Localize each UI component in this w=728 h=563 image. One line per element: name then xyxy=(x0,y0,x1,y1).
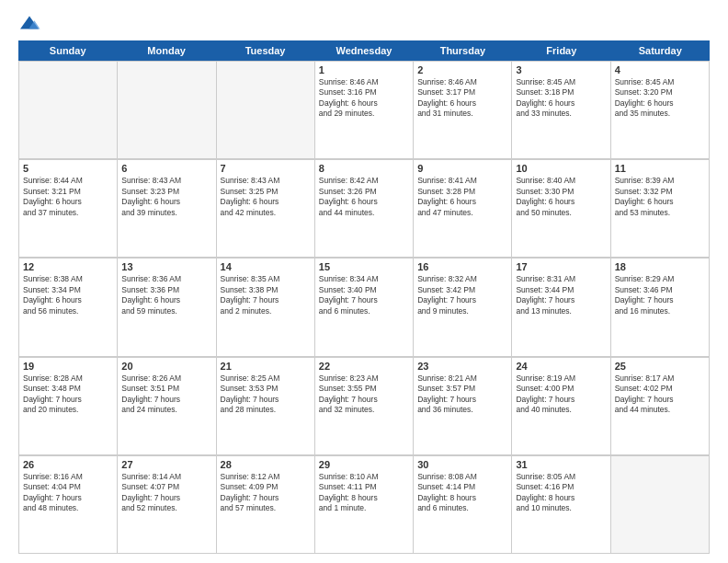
day-number: 27 xyxy=(121,459,211,470)
calendar-cell xyxy=(217,62,315,159)
calendar-cell: 31Sunrise: 8:05 AM Sunset: 4:16 PM Dayli… xyxy=(512,456,610,554)
day-info: Sunrise: 8:40 AM Sunset: 3:30 PM Dayligh… xyxy=(516,176,606,218)
day-number: 1 xyxy=(319,64,409,75)
day-number: 9 xyxy=(417,163,507,174)
calendar-cell: 26Sunrise: 8:16 AM Sunset: 4:04 PM Dayli… xyxy=(19,456,118,554)
calendar-cell: 22Sunrise: 8:23 AM Sunset: 3:55 PM Dayli… xyxy=(315,358,414,455)
calendar-cell xyxy=(19,62,118,159)
day-info: Sunrise: 8:41 AM Sunset: 3:28 PM Dayligh… xyxy=(417,176,507,218)
day-info: Sunrise: 8:46 AM Sunset: 3:17 PM Dayligh… xyxy=(417,77,507,120)
header xyxy=(18,15,710,33)
day-number: 18 xyxy=(615,261,705,272)
header-day-thursday: Thursday xyxy=(414,40,512,61)
day-number: 22 xyxy=(319,361,409,372)
day-info: Sunrise: 8:45 AM Sunset: 3:20 PM Dayligh… xyxy=(615,77,705,120)
calendar-cell: 21Sunrise: 8:25 AM Sunset: 3:53 PM Dayli… xyxy=(217,358,315,455)
calendar-cell: 19Sunrise: 8:28 AM Sunset: 3:48 PM Dayli… xyxy=(19,358,118,455)
day-number: 4 xyxy=(615,64,705,75)
day-info: Sunrise: 8:16 AM Sunset: 4:04 PM Dayligh… xyxy=(23,472,113,514)
day-number: 16 xyxy=(417,261,507,272)
day-number: 28 xyxy=(221,459,311,470)
calendar-cell: 13Sunrise: 8:36 AM Sunset: 3:36 PM Dayli… xyxy=(118,259,216,356)
header-day-tuesday: Tuesday xyxy=(216,40,314,61)
day-info: Sunrise: 8:05 AM Sunset: 4:16 PM Dayligh… xyxy=(516,472,606,514)
day-info: Sunrise: 8:38 AM Sunset: 3:34 PM Dayligh… xyxy=(23,274,113,316)
page: SundayMondayTuesdayWednesdayThursdayFrid… xyxy=(0,0,728,563)
day-info: Sunrise: 8:26 AM Sunset: 3:51 PM Dayligh… xyxy=(121,373,211,416)
day-number: 31 xyxy=(516,459,606,470)
calendar-cell: 9Sunrise: 8:41 AM Sunset: 3:28 PM Daylig… xyxy=(414,160,512,258)
calendar-week-3: 12Sunrise: 8:38 AM Sunset: 3:34 PM Dayli… xyxy=(18,258,710,356)
day-info: Sunrise: 8:43 AM Sunset: 3:23 PM Dayligh… xyxy=(121,176,211,218)
day-info: Sunrise: 8:25 AM Sunset: 3:53 PM Dayligh… xyxy=(221,373,311,416)
calendar-cell: 25Sunrise: 8:17 AM Sunset: 4:02 PM Dayli… xyxy=(611,358,710,455)
day-info: Sunrise: 8:19 AM Sunset: 4:00 PM Dayligh… xyxy=(516,373,606,416)
calendar-cell: 29Sunrise: 8:10 AM Sunset: 4:11 PM Dayli… xyxy=(315,456,414,554)
calendar-week-1: 1Sunrise: 8:46 AM Sunset: 3:16 PM Daylig… xyxy=(18,61,710,159)
day-number: 3 xyxy=(516,64,606,75)
header-day-saturday: Saturday xyxy=(611,40,710,61)
calendar-cell xyxy=(611,456,710,554)
calendar: SundayMondayTuesdayWednesdayThursdayFrid… xyxy=(18,40,710,554)
day-number: 8 xyxy=(319,163,409,174)
day-info: Sunrise: 8:35 AM Sunset: 3:38 PM Dayligh… xyxy=(221,274,311,316)
day-info: Sunrise: 8:12 AM Sunset: 4:09 PM Dayligh… xyxy=(221,472,311,514)
day-number: 23 xyxy=(417,361,507,372)
calendar-body: 1Sunrise: 8:46 AM Sunset: 3:16 PM Daylig… xyxy=(18,61,710,554)
calendar-cell: 30Sunrise: 8:08 AM Sunset: 4:14 PM Dayli… xyxy=(414,456,512,554)
day-info: Sunrise: 8:45 AM Sunset: 3:18 PM Dayligh… xyxy=(516,77,606,120)
day-number: 19 xyxy=(23,361,113,372)
day-number: 10 xyxy=(516,163,606,174)
calendar-cell: 1Sunrise: 8:46 AM Sunset: 3:16 PM Daylig… xyxy=(315,62,414,159)
calendar-header: SundayMondayTuesdayWednesdayThursdayFrid… xyxy=(18,40,710,61)
day-info: Sunrise: 8:23 AM Sunset: 3:55 PM Dayligh… xyxy=(319,373,409,416)
calendar-cell xyxy=(118,62,216,159)
calendar-cell: 14Sunrise: 8:35 AM Sunset: 3:38 PM Dayli… xyxy=(217,259,315,356)
calendar-cell: 16Sunrise: 8:32 AM Sunset: 3:42 PM Dayli… xyxy=(414,259,512,356)
calendar-cell: 10Sunrise: 8:40 AM Sunset: 3:30 PM Dayli… xyxy=(512,160,610,258)
calendar-cell: 24Sunrise: 8:19 AM Sunset: 4:00 PM Dayli… xyxy=(512,358,610,455)
calendar-week-5: 26Sunrise: 8:16 AM Sunset: 4:04 PM Dayli… xyxy=(18,455,710,554)
day-info: Sunrise: 8:44 AM Sunset: 3:21 PM Dayligh… xyxy=(23,176,113,218)
day-number: 7 xyxy=(221,163,311,174)
logo-icon xyxy=(18,15,40,33)
day-info: Sunrise: 8:36 AM Sunset: 3:36 PM Dayligh… xyxy=(121,274,211,316)
calendar-cell: 11Sunrise: 8:39 AM Sunset: 3:32 PM Dayli… xyxy=(611,160,710,258)
day-info: Sunrise: 8:39 AM Sunset: 3:32 PM Dayligh… xyxy=(615,176,705,218)
day-number: 11 xyxy=(615,163,705,174)
day-number: 14 xyxy=(221,261,311,272)
calendar-week-2: 5Sunrise: 8:44 AM Sunset: 3:21 PM Daylig… xyxy=(18,159,710,258)
day-info: Sunrise: 8:17 AM Sunset: 4:02 PM Dayligh… xyxy=(615,373,705,416)
day-info: Sunrise: 8:42 AM Sunset: 3:26 PM Dayligh… xyxy=(319,176,409,218)
day-number: 15 xyxy=(319,261,409,272)
day-info: Sunrise: 8:34 AM Sunset: 3:40 PM Dayligh… xyxy=(319,274,409,316)
day-info: Sunrise: 8:21 AM Sunset: 3:57 PM Dayligh… xyxy=(417,373,507,416)
day-number: 30 xyxy=(417,459,507,470)
calendar-cell: 28Sunrise: 8:12 AM Sunset: 4:09 PM Dayli… xyxy=(217,456,315,554)
day-info: Sunrise: 8:46 AM Sunset: 3:16 PM Dayligh… xyxy=(319,77,409,120)
calendar-cell: 18Sunrise: 8:29 AM Sunset: 3:46 PM Dayli… xyxy=(611,259,710,356)
day-info: Sunrise: 8:29 AM Sunset: 3:46 PM Dayligh… xyxy=(615,274,705,316)
day-number: 17 xyxy=(516,261,606,272)
day-number: 25 xyxy=(615,361,705,372)
calendar-cell: 4Sunrise: 8:45 AM Sunset: 3:20 PM Daylig… xyxy=(611,62,710,159)
day-info: Sunrise: 8:31 AM Sunset: 3:44 PM Dayligh… xyxy=(516,274,606,316)
calendar-cell: 2Sunrise: 8:46 AM Sunset: 3:17 PM Daylig… xyxy=(414,62,512,159)
day-number: 29 xyxy=(319,459,409,470)
day-number: 6 xyxy=(121,163,211,174)
calendar-cell: 20Sunrise: 8:26 AM Sunset: 3:51 PM Dayli… xyxy=(118,358,216,455)
header-day-sunday: Sunday xyxy=(18,40,117,61)
calendar-cell: 8Sunrise: 8:42 AM Sunset: 3:26 PM Daylig… xyxy=(315,160,414,258)
day-info: Sunrise: 8:08 AM Sunset: 4:14 PM Dayligh… xyxy=(417,472,507,514)
header-day-friday: Friday xyxy=(512,40,610,61)
day-info: Sunrise: 8:14 AM Sunset: 4:07 PM Dayligh… xyxy=(121,472,211,514)
calendar-week-4: 19Sunrise: 8:28 AM Sunset: 3:48 PM Dayli… xyxy=(18,357,710,455)
calendar-cell: 12Sunrise: 8:38 AM Sunset: 3:34 PM Dayli… xyxy=(19,259,118,356)
day-number: 5 xyxy=(23,163,113,174)
calendar-cell: 3Sunrise: 8:45 AM Sunset: 3:18 PM Daylig… xyxy=(512,62,610,159)
header-day-wednesday: Wednesday xyxy=(314,40,413,61)
day-number: 20 xyxy=(121,361,211,372)
day-number: 21 xyxy=(221,361,311,372)
day-number: 24 xyxy=(516,361,606,372)
day-number: 2 xyxy=(417,64,507,75)
